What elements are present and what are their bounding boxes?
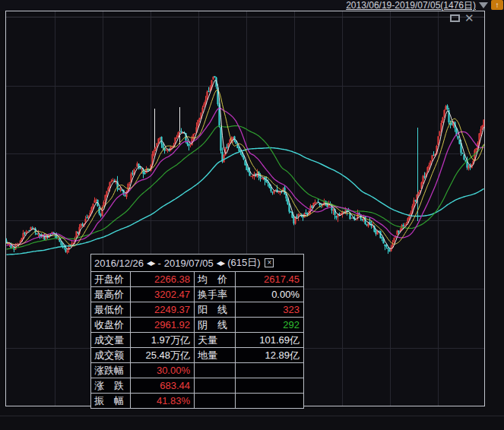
date-range-selector[interactable]: 2013/06/19-2019/07/05(1476日)	[346, 0, 476, 11]
panel-close-icon[interactable]: ×	[265, 258, 274, 267]
range-start-arrows[interactable]: ◀▶	[147, 260, 154, 267]
stats-row: 成交量 1.97万亿 天量 101.69亿	[91, 332, 303, 347]
stat-value: 2249.37	[131, 302, 195, 317]
maximize-icon[interactable]	[450, 14, 460, 22]
stat-value: 3202.47	[131, 286, 195, 302]
stat-value: 25.48万亿	[131, 347, 195, 362]
stat-value: 2266.38	[131, 271, 195, 286]
range-end-date: 2019/07/05	[164, 258, 214, 269]
stat-label: 最低价	[91, 302, 131, 317]
range-separator: -	[157, 258, 160, 269]
stats-row: 收盘价 2961.92 阴 线 292	[91, 317, 303, 332]
stat-label: 涨 跌	[91, 378, 131, 393]
stats-row: 最高价 3202.47 换手率 0.00%	[91, 286, 303, 302]
stat-value: 683.44	[131, 378, 195, 393]
stat-label: 地量	[195, 347, 236, 362]
pin-icon[interactable]: ↑	[491, 0, 503, 10]
stat-value: 41.83%	[131, 393, 195, 408]
stat-label: 成交量	[91, 332, 131, 347]
window-bottom-edge	[0, 416, 504, 416]
stat-label: 收盘价	[91, 317, 131, 332]
stats-row: 涨跌幅 30.00%	[91, 362, 303, 378]
stat-value: 323	[236, 302, 303, 317]
stats-row: 涨 跌 683.44	[91, 378, 303, 393]
stat-label	[195, 378, 236, 393]
stat-value: 0.00%	[236, 286, 303, 302]
stats-panel-header: 2016/12/26 ◀▶ - 2019/07/05 ◀▶ (615日) ×	[91, 255, 303, 271]
close-icon[interactable]: ✕	[464, 13, 474, 24]
title-bar: 2013/06/19-2019/07/05(1476日) ↑	[0, 0, 504, 11]
stat-value: 30.00%	[131, 362, 195, 378]
stat-value: 12.89亿	[236, 347, 303, 362]
stat-label	[195, 362, 236, 378]
range-days-count: (615日)	[227, 256, 260, 270]
stats-panel-body: 开盘价 2266.38 均 价 2617.45 最高价 3202.47 换手率 …	[91, 271, 303, 408]
stat-label: 涨跌幅	[91, 362, 131, 378]
stat-value: 101.69亿	[236, 332, 303, 347]
stat-label	[195, 393, 236, 408]
stat-value	[236, 362, 303, 378]
stats-row: 开盘价 2266.38 均 价 2617.45	[91, 271, 303, 286]
stat-label: 天量	[195, 332, 236, 347]
stat-value: 1.97万亿	[131, 332, 195, 347]
stat-label: 均 价	[195, 271, 236, 286]
stat-value	[236, 378, 303, 393]
stat-label: 阳 线	[195, 302, 236, 317]
stat-value	[236, 393, 303, 408]
stat-label: 成交额	[91, 347, 131, 362]
stat-value: 292	[236, 317, 303, 332]
stat-value: 2961.92	[131, 317, 195, 332]
stat-label: 换手率	[195, 286, 236, 302]
stat-value: 2617.45	[236, 271, 303, 286]
window-controls: ✕	[450, 12, 474, 24]
range-start-date: 2016/12/26	[94, 258, 144, 269]
stats-row: 成交额 25.48万亿 地量 12.89亿	[91, 347, 303, 362]
stat-label: 振 幅	[91, 393, 131, 408]
range-end-arrows[interactable]: ◀▶	[217, 260, 224, 267]
stat-label: 最高价	[91, 286, 131, 302]
dropdown-arrow-icon[interactable]	[479, 2, 488, 8]
stats-row: 振 幅 41.83%	[91, 393, 303, 408]
stat-label: 阴 线	[195, 317, 236, 332]
stat-label: 开盘价	[91, 271, 131, 286]
stats-panel: 2016/12/26 ◀▶ - 2019/07/05 ◀▶ (615日) × 开…	[90, 254, 304, 409]
stats-row: 最低价 2249.37 阳 线 323	[91, 302, 303, 317]
